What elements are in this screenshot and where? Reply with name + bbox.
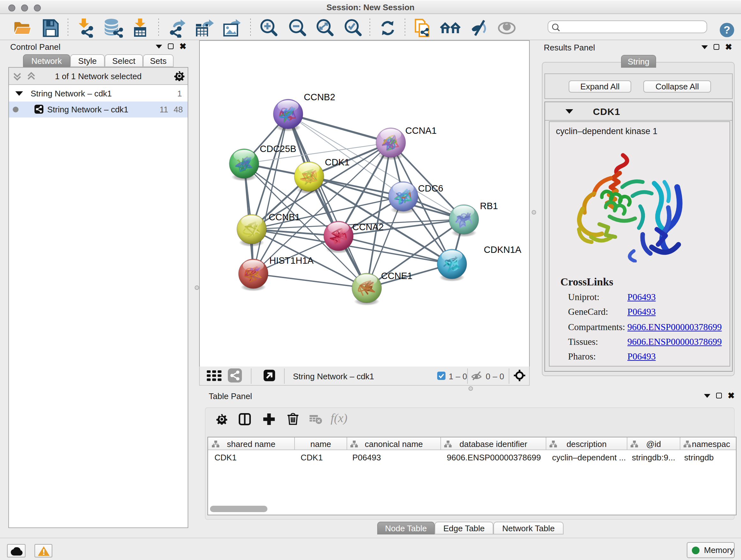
svg-text:RB1: RB1 (480, 201, 498, 211)
svg-text:?: ? (724, 23, 731, 36)
svg-text:HIST1H1A: HIST1H1A (269, 255, 314, 266)
svg-text:CDC25B: CDC25B (260, 144, 296, 154)
svg-text:CDKN1A: CDKN1A (484, 245, 522, 255)
svg-text:CCNB2: CCNB2 (304, 92, 335, 102)
svg-text:CCNA2: CCNA2 (352, 222, 384, 232)
svg-text:CDC6: CDC6 (418, 183, 443, 193)
svg-text:CCNA1: CCNA1 (405, 125, 436, 136)
svg-text:CCNB1: CCNB1 (269, 212, 300, 222)
svg-text:CDK1: CDK1 (325, 157, 349, 167)
svg-text:CCNE1: CCNE1 (381, 271, 412, 281)
